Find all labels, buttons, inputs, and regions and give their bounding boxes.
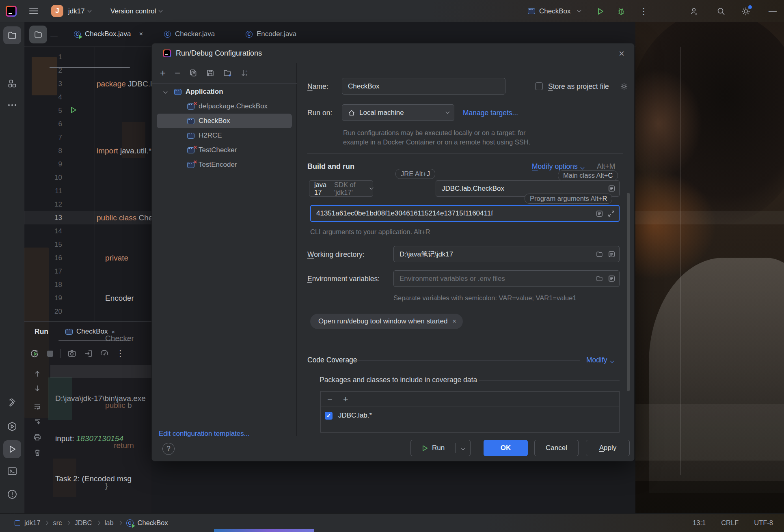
- configurations-panel: + − az Application: [152, 63, 297, 436]
- tree-node-testchecker[interactable]: × TestChecker: [152, 143, 297, 157]
- modify-options-link[interactable]: Modify options: [532, 162, 584, 171]
- manage-targets-link[interactable]: Manage targets...: [463, 109, 518, 117]
- structure-tool-button[interactable]: [0, 79, 24, 88]
- open-tool-window-tag[interactable]: Open run/debug tool window when started …: [310, 314, 463, 329]
- run-options-chevron[interactable]: [456, 447, 470, 450]
- environment-variables-input[interactable]: Environment variables or .env files: [393, 270, 620, 287]
- stop-button[interactable]: [47, 351, 53, 357]
- run-gutter-icon[interactable]: [70, 106, 77, 114]
- remove-config-button[interactable]: −: [175, 69, 180, 77]
- search-icon: [716, 6, 726, 16]
- close-tab-icon[interactable]: ×: [112, 328, 115, 335]
- run-tool-button[interactable]: [3, 440, 21, 458]
- encoding[interactable]: UTF-8: [754, 519, 773, 527]
- terminal-tool-button[interactable]: [0, 466, 24, 476]
- project-selector[interactable]: jdk17: [68, 0, 91, 22]
- console-output[interactable]: D:\java\jdk-17\bin\java.exe input: 18307…: [55, 365, 151, 532]
- run-button[interactable]: [596, 0, 605, 22]
- sort-configs-button[interactable]: az: [241, 69, 249, 77]
- coverage-row[interactable]: ✓ JDBC.lab.*: [325, 411, 372, 420]
- more-actions-button[interactable]: ⋮: [639, 0, 648, 22]
- attach-button[interactable]: [84, 349, 93, 358]
- rerun-icon: [30, 349, 39, 358]
- run-console-tab[interactable]: CheckBox ×: [65, 327, 115, 336]
- chevron-right-icon: [96, 521, 100, 525]
- run-debug-configurations-dialog: Run/Debug Configurations × + − az: [151, 43, 635, 461]
- program-arguments-input[interactable]: 41351a61ec0be1bd08f1e304616115214e13715f…: [310, 205, 620, 222]
- coverage-checkbox[interactable]: ✓: [325, 412, 333, 420]
- ok-button[interactable]: OK: [484, 440, 528, 456]
- run-split-button[interactable]: Run: [410, 440, 471, 456]
- coverage-remove-button[interactable]: −: [327, 394, 333, 405]
- tree-node-h2rce[interactable]: H2RCE: [152, 128, 297, 143]
- tab-checkbox-java[interactable]: C CheckBox.java ×: [53, 22, 143, 46]
- search-everywhere-button[interactable]: [716, 0, 726, 22]
- close-dialog-button[interactable]: ×: [615, 47, 628, 60]
- store-settings-gear-icon[interactable]: [620, 82, 628, 91]
- coverage-add-button[interactable]: +: [343, 394, 348, 405]
- problems-tool-button[interactable]: [0, 489, 24, 500]
- save-config-button[interactable]: [206, 69, 214, 77]
- jre-select[interactable]: java 17SDK of 'jdk17': [309, 180, 373, 197]
- up-arrow-icon[interactable]: [33, 370, 41, 378]
- vcs-widget[interactable]: Version control: [110, 0, 162, 22]
- tree-node-testencoder[interactable]: × TestEncoder: [152, 157, 297, 172]
- title-bar: J jdk17 Version control CheckBox ⋮: [0, 0, 784, 22]
- tree-node-checkbox[interactable]: CheckBox: [157, 114, 292, 128]
- scroll-to-end-icon[interactable]: [33, 418, 41, 426]
- tab-encoder-java[interactable]: C Encoder.java: [246, 22, 296, 46]
- main-menu-icon[interactable]: [29, 8, 38, 14]
- run-widget[interactable]: CheckBox: [528, 0, 581, 22]
- print-icon[interactable]: [33, 433, 41, 441]
- add-config-button[interactable]: +: [160, 69, 166, 77]
- add-user-icon: [689, 6, 699, 16]
- project-tool-button[interactable]: [3, 26, 21, 44]
- project-avatar[interactable]: J: [51, 5, 63, 17]
- working-directory-input[interactable]: D:\java笔记\jdk17: [393, 246, 620, 262]
- close-tab-icon[interactable]: ×: [139, 30, 143, 38]
- more-actions-button[interactable]: ⋮: [116, 349, 125, 358]
- main-class-shortcut-badge: Main class Alt+C: [558, 170, 618, 181]
- name-input[interactable]: CheckBox: [342, 78, 505, 95]
- code-with-me-button[interactable]: [689, 0, 699, 22]
- build-and-run-title: Build and run: [307, 162, 354, 171]
- chevron-down-icon: [159, 9, 163, 13]
- chevron-down-icon: [164, 89, 168, 93]
- down-arrow-icon[interactable]: [33, 384, 41, 392]
- cancel-button[interactable]: Cancel: [534, 440, 579, 456]
- tree-node-defpackage-checkbox[interactable]: × defpackage.CheckBox: [152, 99, 297, 114]
- play-icon: [596, 7, 605, 16]
- hide-project-button[interactable]: [29, 26, 47, 43]
- more-tool-windows-button[interactable]: [0, 104, 24, 106]
- background-window-sliver: [214, 529, 314, 532]
- new-folder-button[interactable]: [223, 69, 232, 77]
- services-tool-button[interactable]: [0, 421, 24, 432]
- coverage-button[interactable]: [100, 349, 109, 358]
- remove-tag-icon[interactable]: ×: [452, 318, 456, 325]
- folder-icon: [34, 30, 42, 39]
- line-ending[interactable]: CRLF: [721, 519, 739, 527]
- chevron-down-icon: [580, 166, 584, 170]
- breadcrumb[interactable]: jdk17 src JDBC lab C CheckBox: [15, 519, 168, 527]
- debug-button[interactable]: [616, 0, 626, 22]
- tab-checker-java[interactable]: C Checker.java: [164, 22, 215, 46]
- run-on-select[interactable]: Local machine: [342, 104, 454, 121]
- screenshot-button[interactable]: [67, 349, 76, 358]
- help-button[interactable]: ?: [162, 443, 175, 455]
- tool-window-rail: [0, 22, 24, 513]
- apply-button[interactable]: Apply: [586, 440, 630, 456]
- caret-position[interactable]: 13:1: [693, 519, 706, 527]
- coverage-modify-link[interactable]: Modify: [586, 356, 613, 364]
- dialog-scrollbar[interactable]: [627, 193, 630, 391]
- build-tool-button[interactable]: [0, 398, 24, 407]
- copy-config-button[interactable]: [189, 69, 197, 77]
- tree-node-application[interactable]: Application: [152, 84, 297, 99]
- rerun-button[interactable]: [30, 349, 39, 358]
- soft-wrap-icon[interactable]: [33, 402, 41, 410]
- coverage-table: − + ✓ JDBC.lab.*: [320, 391, 620, 433]
- clear-console-icon[interactable]: [33, 448, 41, 457]
- window-minimize-button[interactable]: —: [769, 0, 777, 22]
- store-as-project-file-checkbox[interactable]: [535, 82, 543, 90]
- settings-button[interactable]: [741, 0, 751, 22]
- chevron-down-icon: [370, 186, 374, 190]
